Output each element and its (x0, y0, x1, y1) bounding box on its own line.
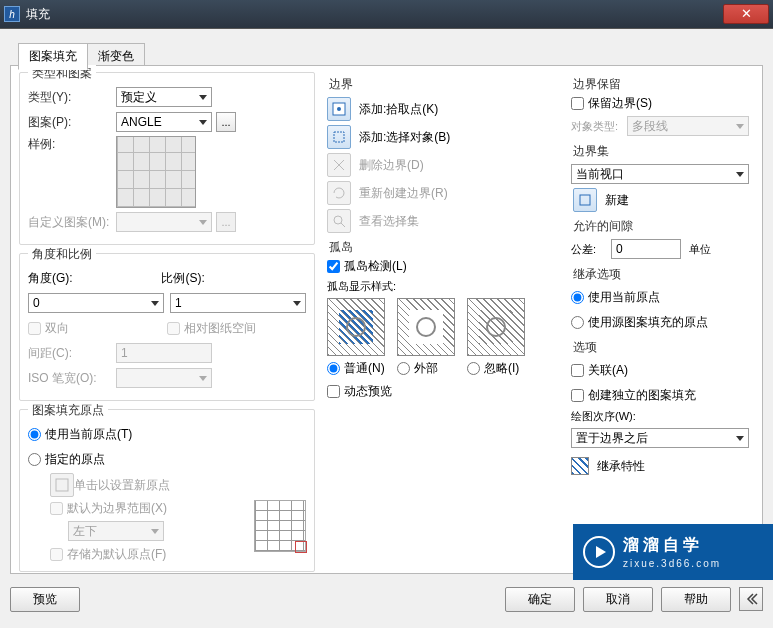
group-angle-scale: 角度和比例 角度(G): 比例(S): 0 1 双向 相对图纸空间 间距(C):… (19, 253, 315, 401)
brand-watermark: 溜溜自学zixue.3d66.com (573, 524, 773, 580)
app-icon: h (4, 6, 20, 22)
chk-retain-boundary[interactable]: 保留边界(S) (571, 95, 749, 112)
label-click-new: 单击以设置新原点 (74, 477, 170, 494)
lbl-view: 查看选择集 (359, 213, 419, 230)
combo-custom (116, 212, 212, 232)
input-tol[interactable]: 0 (611, 239, 681, 259)
section-bretain: 边界保留 (573, 76, 749, 93)
combo-angle[interactable]: 0 (28, 293, 164, 313)
svg-line-7 (341, 223, 345, 227)
chk-independent[interactable]: 创建独立的图案填充 (571, 384, 749, 406)
btn-recreate (327, 181, 351, 205)
chk-assoc[interactable]: 关联(A) (571, 359, 749, 381)
svg-point-6 (334, 216, 342, 224)
rad-inh-source[interactable]: 使用源图案填充的原点 (571, 311, 749, 333)
island-outer[interactable] (397, 298, 455, 356)
btn-remove (327, 153, 351, 177)
chk-island-detect[interactable]: 孤岛检测(L) (327, 258, 551, 275)
label-custom: 自定义图案(M): (28, 214, 116, 231)
tab-pattern-fill[interactable]: 图案填充 (18, 43, 88, 70)
btn-ok[interactable]: 确定 (505, 587, 575, 612)
lbl-recreate: 重新创建边界(R) (359, 185, 448, 202)
chk-dynamic-preview[interactable]: 动态预览 (327, 383, 551, 400)
rad-island-normal[interactable]: 普通(N) (327, 360, 385, 377)
rad-island-ignore[interactable]: 忽略(I) (467, 360, 525, 377)
combo-bset[interactable]: 当前视口 (571, 164, 749, 184)
pattern-browse[interactable]: ... (216, 112, 236, 132)
lbl-add-select: 添加:选择对象(B) (359, 129, 450, 146)
btn-help[interactable]: 帮助 (661, 587, 731, 612)
combo-isopen (116, 368, 212, 388)
label-pattern: 图案(P): (28, 114, 116, 131)
label-draworder: 绘图次序(W): (571, 409, 749, 424)
btn-view (327, 209, 351, 233)
inherit-swatch-icon (571, 457, 589, 475)
origin-preview (254, 500, 306, 552)
titlebar: h 填充 ✕ (0, 0, 773, 28)
chk-store-default: 存储为默认原点(F) (50, 546, 246, 563)
label-isopen: ISO 笔宽(O): (28, 370, 116, 387)
btn-add-select[interactable] (327, 125, 351, 149)
section-options: 选项 (573, 339, 749, 356)
play-icon (583, 536, 615, 568)
chk-default-extent: 默认为边界范围(X) (50, 500, 246, 517)
group-type-pattern: 类型和图案 类型(Y): 预定义 图案(P): ANGLE ... 样例: 自定… (19, 72, 315, 245)
btn-set-origin (50, 473, 74, 497)
window-title: 填充 (26, 6, 50, 23)
section-bset: 边界集 (573, 143, 749, 160)
rad-island-outer[interactable]: 外部 (397, 360, 455, 377)
combo-extent: 左下 (68, 521, 164, 541)
combo-draworder[interactable]: 置于边界之后 (571, 428, 749, 448)
combo-type[interactable]: 预定义 (116, 87, 212, 107)
label-unit: 单位 (689, 242, 711, 257)
lbl-inherit-props: 继承特性 (597, 458, 645, 475)
label-sample: 样例: (28, 136, 116, 153)
svg-rect-0 (56, 479, 68, 491)
section-boundary: 边界 (329, 76, 551, 93)
custom-browse: ... (216, 212, 236, 232)
island-normal[interactable] (327, 298, 385, 356)
legend-scale: 角度和比例 (28, 246, 96, 263)
combo-pattern[interactable]: ANGLE (116, 112, 212, 132)
label-island-style: 孤岛显示样式: (327, 279, 551, 294)
label-tol: 公差: (571, 242, 611, 257)
island-ignore[interactable] (467, 298, 525, 356)
btn-new-bset[interactable] (573, 188, 597, 212)
input-spacing: 1 (116, 343, 212, 363)
svg-point-2 (337, 107, 341, 111)
btn-cancel[interactable]: 取消 (583, 587, 653, 612)
combo-scale[interactable]: 1 (170, 293, 306, 313)
section-inherit: 继承选项 (573, 266, 749, 283)
lbl-remove: 删除边界(D) (359, 157, 424, 174)
combo-objtype: 多段线 (627, 116, 749, 136)
label-angle: 角度(G): (28, 271, 73, 285)
btn-preview[interactable]: 预览 (10, 587, 80, 612)
btn-add-pick[interactable] (327, 97, 351, 121)
rad-inh-current[interactable]: 使用当前原点 (571, 286, 749, 308)
lbl-new-bset: 新建 (605, 192, 629, 209)
section-gap: 允许的间隙 (573, 218, 749, 235)
label-objtype: 对象类型: (571, 119, 627, 134)
chk-paperspace: 相对图纸空间 (167, 320, 300, 337)
label-spacing: 间距(C): (28, 345, 116, 362)
rad-specify[interactable]: 指定的原点 (28, 448, 306, 470)
swatch-preview[interactable] (116, 136, 196, 208)
svg-rect-3 (334, 132, 344, 142)
close-button[interactable]: ✕ (723, 4, 769, 24)
lbl-add-pick: 添加:拾取点(K) (359, 101, 438, 118)
chk-bidi: 双向 (28, 320, 161, 337)
label-scale: 比例(S): (161, 271, 204, 285)
label-type: 类型(Y): (28, 89, 116, 106)
rad-use-current[interactable]: 使用当前原点(T) (28, 423, 306, 445)
section-island: 孤岛 (329, 239, 551, 256)
legend-origin: 图案填充原点 (28, 402, 108, 419)
group-origin: 图案填充原点 使用当前原点(T) 指定的原点 单击以设置新原点 默认为边界范围(… (19, 409, 315, 572)
btn-collapse[interactable] (739, 587, 763, 611)
svg-rect-8 (580, 195, 590, 205)
